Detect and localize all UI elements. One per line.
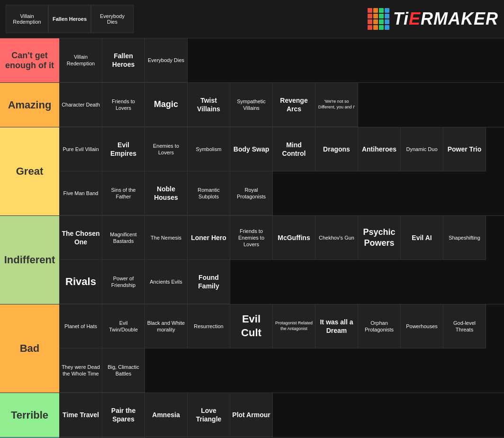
cell-orphan-protagonists: Orphan Protagonists <box>358 304 401 349</box>
cell-they-were-dead: They were Dead the Whole Time <box>60 349 102 393</box>
empty-fill-c <box>230 260 504 304</box>
logo-grid <box>368 8 389 30</box>
tier-label-b: Great <box>0 127 59 215</box>
cell-mind-control: Mind Control <box>273 127 315 171</box>
cell-psychic-powers: Psychic Powers <box>358 216 401 260</box>
tier-cells-e: Time Travel Pair the Spares Amnesia Love… <box>59 393 504 437</box>
cell-fallen-heroes: Fallen Heroes <box>102 38 145 82</box>
cell-villain-redemption: Villain Redemption <box>60 38 102 82</box>
cell-dynamic-duo: Dynamic Duo <box>401 127 443 171</box>
cell-loner-hero: Loner Hero <box>188 216 230 260</box>
cell-time-travel: Time Travel <box>60 393 102 437</box>
cell-evil-twin: Evil Twin/Double <box>102 304 145 349</box>
header-cell-fallen-heroes: Fallen Heroes <box>48 5 91 33</box>
cell-magnificent-bastards: Magnificent Bastards <box>102 216 145 260</box>
cell-evil-ai: Evil AI <box>401 216 443 260</box>
cell-the-chosen-one: The Chosen One <box>60 216 102 260</box>
empty-fill-d <box>145 349 504 393</box>
cell-shapeshifting: Shapeshifting <box>443 216 486 260</box>
cell-rivals: Rivals <box>60 260 102 304</box>
cell-powerhouses: Powerhouses <box>401 304 443 349</box>
cell-ancients-evils: Ancients Evils <box>145 260 188 304</box>
cell-it-was-all-dream: It was all a Dream <box>315 304 358 349</box>
tier-row-c: Indifferent The Chosen One Magnificent B… <box>0 215 504 304</box>
tier-label-s: Can't get enough of it <box>0 38 59 82</box>
tier-cells-a: Character Death Friends to Lovers Magic … <box>59 83 504 127</box>
cell-magic: Magic <box>145 83 188 127</box>
cell-found-family: Found Family <box>188 260 230 304</box>
cell-dragons: Dragons <box>315 127 358 171</box>
cell-big-climactic-battles: Big, Climactic Battles <box>102 349 145 393</box>
tier-row-b: Great Pure Evil Villain Evil Empires Ene… <box>0 127 504 215</box>
cell-character-death: Character Death <box>60 83 102 127</box>
cell-love-triangle: Love Triangle <box>188 393 230 437</box>
cell-amnesia: Amnesia <box>145 393 188 437</box>
cell-five-man-band: Five Man Band <box>60 171 102 215</box>
cell-evil-empires: Evil Empires <box>102 127 145 171</box>
cell-royal-protagonists: Royal Protagonists <box>230 171 273 215</box>
header: Villain Redemption Fallen Heroes Everybo… <box>0 0 504 38</box>
cell-the-nemesis: The Nemesis <box>145 216 188 260</box>
cell-planet-of-hats: Planet of Hats <box>60 304 102 349</box>
cell-protagonist-related-antagonist: Protagonist Related the Antagonist <box>273 304 315 349</box>
tier-cells-c: The Chosen One Magnificent Bastards The … <box>59 216 504 304</box>
empty-fill-a <box>358 83 504 127</box>
cell-sins-of-the-father: Sins of the Father <box>102 171 145 215</box>
cell-were-not-so-different: 'We're not so Different, you and I' <box>315 83 358 127</box>
tier-row-a: Amazing Character Death Friends to Lover… <box>0 82 504 127</box>
cell-pair-the-spares: Pair the Spares <box>102 393 145 437</box>
cell-romantic-subplots: Romantic Subplots <box>188 171 230 215</box>
cell-enemies-to-lovers: Enemies to Lovers <box>145 127 188 171</box>
header-cell-villain-redemption: Villain Redemption <box>6 5 48 33</box>
cell-friends-enemies-lovers: Friends to Enemies to Lovers <box>230 216 273 260</box>
cell-symbolism: Symbolism <box>188 127 230 171</box>
empty-fill-s <box>188 38 504 82</box>
cell-mcguffins: McGuffins <box>273 216 315 260</box>
cell-power-trio: Power Trio <box>443 127 486 171</box>
tier-cells-d: Planet of Hats Evil Twin/Double Black an… <box>59 304 504 393</box>
cell-body-swap: Body Swap <box>230 127 273 171</box>
cell-god-level-threats: God-level Threats <box>443 304 486 349</box>
tier-cells-b: Pure Evil Villain Evil Empires Enemies t… <box>59 127 504 215</box>
cell-chekhovs-gun: Chekhov's Gun <box>315 216 358 260</box>
cell-sympathetic-villains: Sympathetic Villains <box>230 83 273 127</box>
tier-label-e: Terrible <box>0 393 59 437</box>
tier-row-e: Terrible Time Travel Pair the Spares Amn… <box>0 393 504 437</box>
cell-twist-villains: Twist Villains <box>188 83 230 127</box>
tier-cells-s: Villain Redemption Fallen Heroes Everybo… <box>59 38 504 82</box>
empty-fill-b <box>273 171 504 215</box>
logo-text: TiERMAKER <box>393 9 498 29</box>
cell-everybody-dies: Everybody Dies <box>145 38 188 82</box>
cell-friends-to-lovers: Friends to Lovers <box>102 83 145 127</box>
tier-row-d: Bad Planet of Hats Evil Twin/Double Blac… <box>0 304 504 393</box>
cell-revenge-arcs: Revenge Arcs <box>273 83 315 127</box>
logo: TiERMAKER <box>368 8 498 30</box>
empty-fill-e <box>273 393 504 437</box>
header-cell-everybody-dies: Everybody Dies <box>91 5 134 33</box>
cell-antiheroes: Antiheroes <box>358 127 401 171</box>
cell-black-white-morality: Black and White morality <box>145 304 188 349</box>
cell-pure-evil-villain: Pure Evil Villain <box>60 127 102 171</box>
cell-resurrection: Resurrection <box>188 304 230 349</box>
tier-maker-container: Villain Redemption Fallen Heroes Everybo… <box>0 0 504 438</box>
cell-noble-houses: Noble Houses <box>145 171 188 215</box>
cell-power-of-friendship: Power of Friendship <box>102 260 145 304</box>
tier-label-d: Bad <box>0 304 59 393</box>
tier-row-s: Can't get enough of it Villain Redemptio… <box>0 38 504 82</box>
cell-evil-cult: Evil Cult <box>230 304 273 349</box>
tier-label-c: Indifferent <box>0 216 59 304</box>
cell-plot-armour: Plot Armour <box>230 393 273 437</box>
tier-label-a: Amazing <box>0 83 59 127</box>
